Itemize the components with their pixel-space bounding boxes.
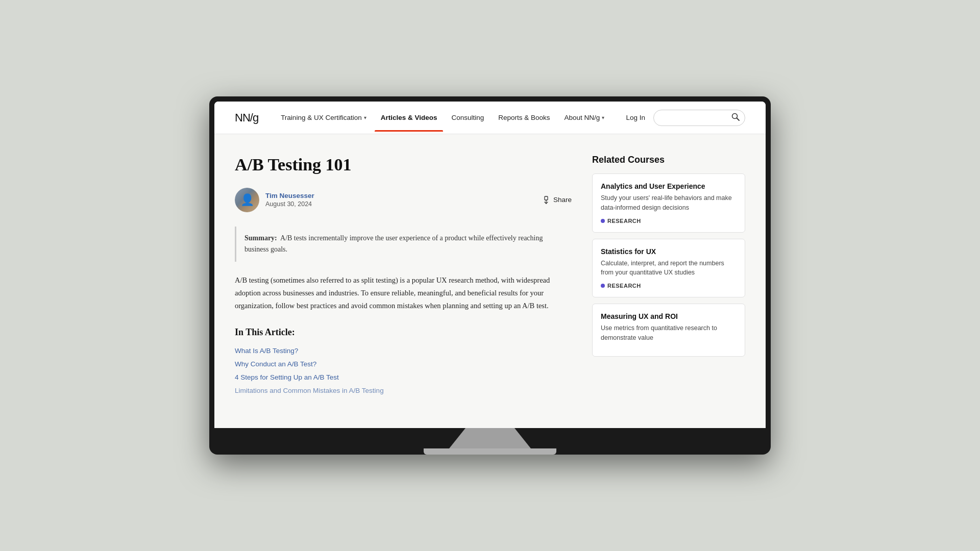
toc-link-1[interactable]: What Is A/B Testing?	[235, 347, 298, 355]
browser-window: NN/g Training & UX Certification ▾ Artic…	[214, 102, 766, 428]
toc-list: What Is A/B Testing? Why Conduct an A/B …	[235, 346, 572, 395]
author-meta: Tim Neusesser August 30, 2024	[265, 192, 314, 208]
svg-line-1	[737, 118, 740, 120]
navbar: NN/g Training & UX Certification ▾ Artic…	[214, 102, 766, 134]
avatar: 👤	[235, 188, 259, 212]
nav-item-articles[interactable]: Articles & Videos	[375, 110, 444, 126]
course-desc-1: Study your users' real-life behaviors an…	[601, 193, 737, 213]
course-card-2[interactable]: Statistics for UX Calculate, interpret, …	[592, 239, 745, 298]
search-icon[interactable]	[731, 113, 740, 123]
monitor-base	[424, 448, 556, 455]
content-area: A/B Testing 101 👤 Tim Neusesser August 3…	[214, 134, 766, 428]
tag-dot-1	[601, 219, 605, 223]
summary-box: Summary: A/B tests incrementally improve…	[235, 227, 572, 262]
course-desc-2: Calculate, interpret, and report the num…	[601, 259, 737, 278]
chevron-down-icon: ▾	[364, 115, 366, 120]
sidebar: Related Courses Analytics and User Exper…	[592, 155, 745, 408]
logo-text: NN/g	[235, 111, 258, 124]
course-tag-2: RESEARCH	[601, 283, 737, 289]
nav-item-consulting[interactable]: Consulting	[445, 110, 490, 126]
toc-link-4[interactable]: Limitations and Common Mistakes in A/B T…	[235, 387, 384, 394]
main-content: A/B Testing 101 👤 Tim Neusesser August 3…	[235, 155, 572, 408]
author-row: 👤 Tim Neusesser August 30, 2024	[235, 188, 572, 212]
body-text: A/B testing (sometimes also referred to …	[235, 274, 572, 313]
in-article-heading: In This Article:	[235, 327, 572, 338]
course-tag-1: RESEARCH	[601, 218, 737, 224]
nav-item-reports[interactable]: Reports & Books	[492, 110, 556, 126]
search-box[interactable]	[653, 110, 745, 126]
summary-content: A/B tests incrementally improve the user…	[244, 234, 543, 253]
author-date: August 30, 2024	[265, 201, 314, 208]
course-card-3[interactable]: Measuring UX and ROI Use metrics from qu…	[592, 304, 745, 357]
toc-link-3[interactable]: 4 Steps for Setting Up an A/B Test	[235, 373, 339, 381]
course-title-3: Measuring UX and ROI	[601, 312, 737, 320]
article-title: A/B Testing 101	[235, 155, 572, 176]
search-input[interactable]	[661, 114, 727, 121]
course-title-2: Statistics for UX	[601, 247, 737, 256]
author-name[interactable]: Tim Neusesser	[265, 192, 314, 199]
summary-text: Summary: A/B tests incrementally improve…	[244, 233, 564, 256]
chevron-down-icon-about: ▾	[602, 115, 604, 120]
author-info: 👤 Tim Neusesser August 30, 2024	[235, 188, 314, 212]
avatar-image: 👤	[235, 188, 259, 212]
monitor-frame: NN/g Training & UX Certification ▾ Artic…	[209, 96, 771, 455]
share-label: Share	[553, 196, 572, 204]
course-title-1: Analytics and User Experience	[601, 182, 737, 190]
nav-item-about[interactable]: About NN/g ▾	[558, 110, 611, 126]
site-logo[interactable]: NN/g	[235, 111, 258, 124]
list-item: Why Conduct an A/B Test?	[235, 359, 572, 368]
toc-link-2[interactable]: Why Conduct an A/B Test?	[235, 360, 316, 368]
nav-links: Training & UX Certification ▾ Articles &…	[275, 110, 626, 126]
svg-rect-2	[545, 196, 548, 200]
tag-dot-2	[601, 284, 605, 288]
course-card-1[interactable]: Analytics and User Experience Study your…	[592, 173, 745, 233]
share-button[interactable]: Share	[542, 196, 572, 204]
list-item: What Is A/B Testing?	[235, 346, 572, 355]
list-item: Limitations and Common Mistakes in A/B T…	[235, 386, 572, 395]
related-courses-heading: Related Courses	[592, 155, 745, 165]
share-icon	[542, 196, 550, 204]
nav-right: Log In	[626, 110, 745, 126]
nav-item-training[interactable]: Training & UX Certification ▾	[275, 110, 373, 126]
list-item: 4 Steps for Setting Up an A/B Test	[235, 372, 572, 382]
login-button[interactable]: Log In	[626, 114, 645, 121]
monitor-stand	[449, 428, 531, 448]
course-desc-3: Use metrics from quantitative research t…	[601, 323, 737, 343]
summary-label: Summary:	[244, 234, 277, 242]
